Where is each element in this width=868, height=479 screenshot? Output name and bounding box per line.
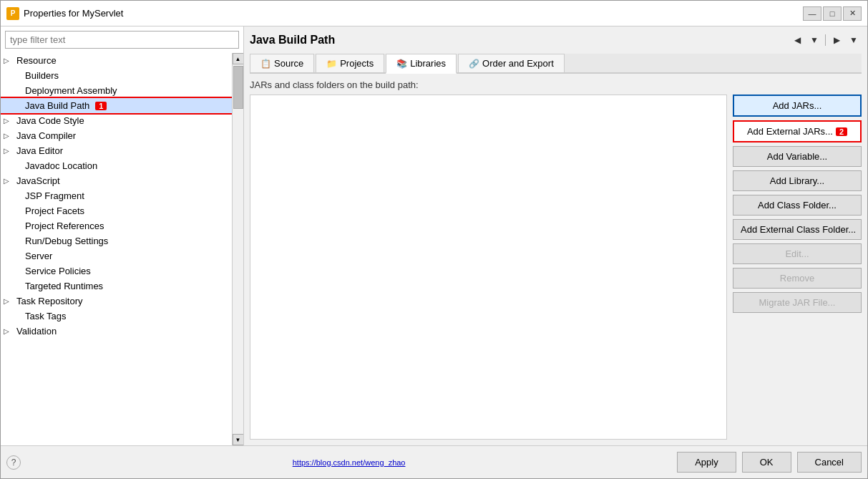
build-path-label: JARs and class folders on the build path… xyxy=(250,79,862,90)
btn-migrate-jar-file-: Migrate JAR File... xyxy=(733,292,862,313)
tree-item-label: Builders xyxy=(25,70,59,81)
tree-item-label: Project References xyxy=(25,221,104,231)
btn-badge-2: 2 xyxy=(836,127,847,136)
expand-arrow: ▷ xyxy=(4,57,14,64)
tab-label: Libraries xyxy=(410,58,446,69)
btn-label: Add External JARs... xyxy=(747,126,833,137)
tree-item-javascript[interactable]: ▷JavaScript xyxy=(1,173,232,188)
tree-item-label: Deployment Assembly xyxy=(25,85,117,96)
tree-item-label: Task Tags xyxy=(25,311,67,321)
close-button[interactable]: ✕ xyxy=(843,6,862,21)
forward-dropdown-button[interactable]: ▼ xyxy=(846,32,862,48)
btn-remove: Remove xyxy=(733,268,862,289)
tab-projects[interactable]: 📁Projects xyxy=(316,54,384,72)
tree-item-server[interactable]: Server xyxy=(1,248,232,263)
tab-icon: 🔗 xyxy=(469,59,479,69)
expand-arrow: ▷ xyxy=(4,177,14,185)
tab-label: Projects xyxy=(340,58,374,69)
bottom-bar: ? https://blog.csdn.net/weng_zhao Apply … xyxy=(1,445,867,478)
tree-item-java-editor[interactable]: ▷Java Editor xyxy=(1,143,232,158)
tab-source[interactable]: 📋Source xyxy=(250,54,314,72)
back-dropdown-button[interactable]: ▼ xyxy=(806,32,822,48)
status-link[interactable]: https://blog.csdn.net/weng_zhao xyxy=(293,458,406,467)
minimize-button[interactable]: — xyxy=(803,6,821,21)
forward-button[interactable]: ▶ xyxy=(829,32,844,48)
tree-item-label: Run/Debug Settings xyxy=(25,236,108,246)
tree-item-label: Server xyxy=(25,251,52,261)
panel-title: Java Build Path xyxy=(250,34,335,47)
tree-item-deployment-assembly[interactable]: Deployment Assembly xyxy=(1,83,232,98)
scrollbar-track: ▲ ▼ xyxy=(232,53,243,445)
tree-item-label: Service Policies xyxy=(25,266,91,276)
bottom-bar-right: Apply OK Cancel xyxy=(677,452,862,473)
tab-label: Source xyxy=(274,58,303,69)
tree-list: ▷ResourceBuildersDeployment AssemblyJava… xyxy=(1,53,232,445)
btn-label: Migrate JAR File... xyxy=(759,297,836,308)
tree-item-project-references[interactable]: Project References xyxy=(1,218,232,233)
tree-item-jsp-fragment[interactable]: JSP Fragment xyxy=(1,188,232,203)
main-content: ▷ResourceBuildersDeployment AssemblyJava… xyxy=(1,26,867,445)
tree-item-label: Javadoc Location xyxy=(25,160,97,171)
tree-item-task-repository[interactable]: ▷Task Repository xyxy=(1,294,232,309)
ok-button[interactable]: OK xyxy=(742,452,791,473)
tree-item-java-code-style[interactable]: ▷Java Code Style xyxy=(1,113,232,128)
btn-add-class-folder-[interactable]: Add Class Folder... xyxy=(733,195,862,216)
tree-item-builders[interactable]: Builders xyxy=(1,68,232,83)
btn-label: Add Variable... xyxy=(767,151,827,162)
tree-item-java-compiler[interactable]: ▷Java Compiler xyxy=(1,128,232,143)
btn-add-variable-[interactable]: Add Variable... xyxy=(733,146,862,167)
tree-item-label: JavaScript xyxy=(16,175,60,186)
title-bar: P Properties for MyServlet — □ ✕ xyxy=(1,1,867,26)
buttons-panel: Add JARs...Add External JARs...2Add Vari… xyxy=(733,95,862,440)
content-area: Add JARs...Add External JARs...2Add Vari… xyxy=(250,95,862,440)
btn-add-jars-[interactable]: Add JARs... xyxy=(733,95,862,117)
tab-label: Order and Export xyxy=(482,58,554,69)
btn-label: Add JARs... xyxy=(773,100,822,111)
btn-label: Add External Class Folder... xyxy=(741,224,856,235)
toolbar-separator xyxy=(825,34,826,46)
expand-arrow: ▷ xyxy=(4,327,14,335)
cancel-button[interactable]: Cancel xyxy=(797,452,862,473)
tab-libraries[interactable]: 📚Libraries xyxy=(386,54,457,74)
tree-item-label: Task Repository xyxy=(16,296,82,306)
maximize-button[interactable]: □ xyxy=(823,6,842,21)
help-button[interactable]: ? xyxy=(6,455,21,470)
back-button[interactable]: ◀ xyxy=(789,32,805,48)
expand-arrow: ▷ xyxy=(4,132,14,140)
filter-input[interactable] xyxy=(5,31,239,49)
tree-item-task-tags[interactable]: Task Tags xyxy=(1,309,232,324)
tree-item-run/debug-settings[interactable]: Run/Debug Settings xyxy=(1,233,232,248)
tree-item-label: Java Build Path xyxy=(25,100,89,111)
tab-order-and-export[interactable]: 🔗Order and Export xyxy=(458,54,565,72)
apply-button[interactable]: Apply xyxy=(677,452,736,473)
scroll-up-button[interactable]: ▲ xyxy=(233,53,244,64)
btn-add-external-class-folder-[interactable]: Add External Class Folder... xyxy=(733,219,862,240)
btn-add-library-[interactable]: Add Library... xyxy=(733,170,862,191)
toolbar-icons: ◀ ▼ ▶ ▼ xyxy=(789,32,862,48)
scrollbar-thumb[interactable] xyxy=(233,66,243,109)
btn-add-external-jars-[interactable]: Add External JARs...2 xyxy=(733,120,862,142)
tree-item-label: Resource xyxy=(16,55,57,66)
tree-item-java-build-path[interactable]: Java Build Path1 xyxy=(1,98,232,113)
tree-item-javadoc-location[interactable]: Javadoc Location xyxy=(1,158,232,173)
tree-item-project-facets[interactable]: Project Facets xyxy=(1,203,232,218)
left-panel: ▷ResourceBuildersDeployment AssemblyJava… xyxy=(1,26,244,445)
btn-label: Remove xyxy=(780,273,814,284)
right-header: Java Build Path ◀ ▼ ▶ ▼ xyxy=(250,32,862,48)
tree-item-targeted-runtimes[interactable]: Targeted Runtimes xyxy=(1,279,232,294)
btn-label: Add Library... xyxy=(770,175,824,186)
right-panel: Java Build Path ◀ ▼ ▶ ▼ xyxy=(244,26,867,445)
scroll-down-button[interactable]: ▼ xyxy=(233,434,244,445)
title-bar-left: P Properties for MyServlet xyxy=(6,7,123,20)
tree-item-label: Java Editor xyxy=(16,145,63,156)
tree-item-service-policies[interactable]: Service Policies xyxy=(1,263,232,279)
expand-arrow: ▷ xyxy=(4,117,14,125)
tree-item-resource[interactable]: ▷Resource xyxy=(1,53,232,68)
build-path-list xyxy=(250,95,727,440)
btn-label: Add Class Folder... xyxy=(758,200,837,211)
tab-icon: 📋 xyxy=(260,59,271,69)
tree-item-validation[interactable]: ▷Validation xyxy=(1,324,232,339)
tree-item-label: Targeted Runtimes xyxy=(25,281,103,291)
tree-item-label: Validation xyxy=(16,326,57,337)
properties-dialog: P Properties for MyServlet — □ ✕ ▷Resour… xyxy=(0,0,868,479)
